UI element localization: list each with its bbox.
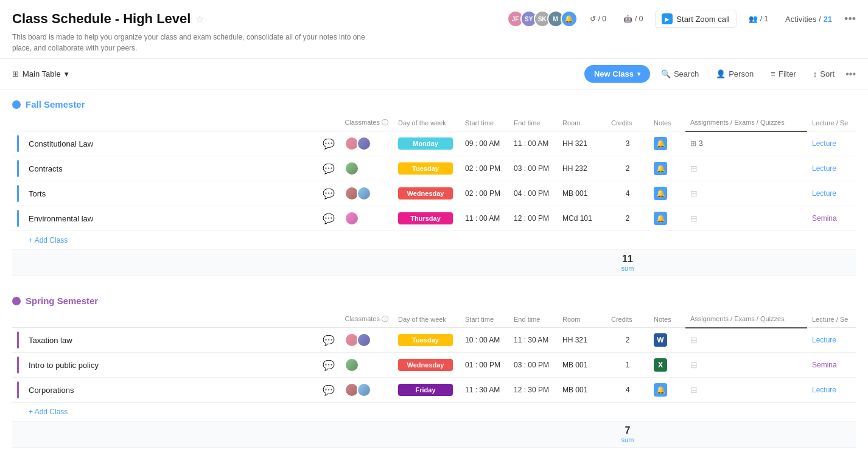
- day-badge[interactable]: Thursday: [398, 212, 453, 224]
- comment-icon[interactable]: 💬: [323, 335, 335, 345]
- th-name: [24, 311, 318, 328]
- members-button[interactable]: 👥 / 1: [744, 12, 773, 26]
- main-table-button[interactable]: Main Table ▾: [23, 69, 69, 78]
- day-badge[interactable]: Tuesday: [398, 334, 453, 346]
- lecture-cell[interactable]: Lecture: [807, 156, 856, 181]
- credits-cell: 3: [606, 131, 649, 156]
- comment-icon[interactable]: 💬: [323, 213, 335, 224]
- notes-cell[interactable]: 🔔: [649, 131, 685, 156]
- more-options-button[interactable]: •••: [844, 13, 856, 26]
- lecture-link[interactable]: Lecture: [812, 139, 836, 148]
- classmates-info-icon-spring[interactable]: ⓘ: [382, 315, 388, 322]
- assignments-cell[interactable]: ⊟: [685, 181, 807, 206]
- start-time-cell: 02 : 00 PM: [460, 181, 509, 206]
- lecture-link[interactable]: Semina: [812, 361, 837, 369]
- day-badge[interactable]: Wednesday: [398, 359, 453, 371]
- room-cell: HH 321: [558, 328, 606, 353]
- notes-excel-icon[interactable]: X: [654, 358, 667, 372]
- lecture-link[interactable]: Lecture: [812, 386, 836, 394]
- add-class-indicator: [12, 403, 24, 422]
- lecture-link[interactable]: Lecture: [812, 336, 836, 344]
- lecture-cell[interactable]: Lecture: [807, 378, 856, 403]
- comment-icon[interactable]: 💬: [323, 164, 335, 174]
- comment-cell[interactable]: 💬: [318, 181, 340, 206]
- row-indicator: [17, 331, 19, 349]
- classmate-avatars: [345, 358, 388, 372]
- assignments-cell[interactable]: ⊟: [685, 206, 807, 231]
- day-badge[interactable]: Tuesday: [398, 162, 453, 175]
- lecture-link[interactable]: Semina: [812, 214, 837, 223]
- classmates-info-icon[interactable]: ⓘ: [382, 119, 388, 126]
- sort-button[interactable]: ↕ Sort: [807, 66, 841, 82]
- new-class-button[interactable]: New Class ▾: [584, 65, 650, 83]
- activities-button[interactable]: Activities / 21: [780, 12, 837, 26]
- search-button[interactable]: 🔍 Search: [655, 66, 705, 82]
- day-badge[interactable]: Friday: [398, 384, 453, 396]
- end-time-cell: 11 : 00 AM: [509, 131, 558, 156]
- star-icon[interactable]: ☆: [195, 13, 204, 25]
- comment-icon[interactable]: 💬: [323, 360, 335, 370]
- zoom-button[interactable]: ▶ Start Zoom call: [655, 10, 736, 28]
- notes-word-icon[interactable]: W: [654, 333, 667, 347]
- notes-cell[interactable]: 🔔: [649, 181, 685, 206]
- assignments-cell[interactable]: ⊟: [685, 353, 807, 378]
- comment-icon[interactable]: 💬: [323, 189, 335, 199]
- assignments-cell[interactable]: ⊟: [685, 156, 807, 181]
- spring-table-header-row: Classmates ⓘ Day of the week Start time …: [12, 311, 856, 328]
- lecture-cell[interactable]: Lecture: [807, 328, 856, 353]
- comment-cell[interactable]: 💬: [318, 156, 340, 181]
- spring-group-title: Spring Semester: [26, 296, 98, 306]
- notes-cell[interactable]: 🔔: [649, 206, 685, 231]
- notes-blue-icon[interactable]: 🔔: [654, 162, 667, 175]
- table-more-button[interactable]: •••: [845, 69, 856, 80]
- notes-blue-icon[interactable]: 🔔: [654, 383, 667, 397]
- lecture-cell[interactable]: Semina: [807, 206, 856, 231]
- notes-cell[interactable]: X: [649, 353, 685, 378]
- day-badge[interactable]: Wednesday: [398, 187, 453, 200]
- add-class-cell[interactable]: + Add Class: [24, 403, 856, 422]
- notes-cell[interactable]: W: [649, 328, 685, 353]
- credits-cell: 2: [606, 328, 649, 353]
- comment-cell[interactable]: 💬: [318, 206, 340, 231]
- lecture-cell[interactable]: Semina: [807, 353, 856, 378]
- fall-group-title: Fall Semester: [26, 99, 85, 109]
- robots-button[interactable]: 🤖 / 0: [618, 12, 648, 26]
- notes-cell[interactable]: 🔔: [649, 156, 685, 181]
- row-indicator-cell: [12, 131, 24, 156]
- invite-button[interactable]: ↺ / 0: [585, 12, 611, 26]
- day-cell[interactable]: Wednesday: [393, 353, 460, 378]
- notes-blue-icon[interactable]: 🔔: [654, 187, 667, 200]
- filter-button[interactable]: ≡ Filter: [765, 66, 802, 82]
- add-class-row[interactable]: + Add Class: [12, 403, 856, 422]
- assignments-cell[interactable]: ⊟: [685, 328, 807, 353]
- day-cell[interactable]: Wednesday: [393, 181, 460, 206]
- filter-label: Filter: [779, 69, 796, 78]
- notes-blue-icon[interactable]: 🔔: [654, 137, 667, 150]
- add-class-row[interactable]: + Add Class: [12, 231, 856, 250]
- credits-cell: 2: [606, 156, 649, 181]
- comment-icon[interactable]: 💬: [323, 139, 335, 149]
- comment-cell[interactable]: 💬: [318, 131, 340, 156]
- lecture-link[interactable]: Lecture: [812, 164, 836, 173]
- day-cell[interactable]: Monday: [393, 131, 460, 156]
- comment-cell[interactable]: 💬: [318, 353, 340, 378]
- person-button[interactable]: 👤 Person: [710, 66, 760, 82]
- day-cell[interactable]: Friday: [393, 378, 460, 403]
- day-cell[interactable]: Thursday: [393, 206, 460, 231]
- day-cell[interactable]: Tuesday: [393, 328, 460, 353]
- lecture-cell[interactable]: Lecture: [807, 131, 856, 156]
- notes-blue-icon[interactable]: 🔔: [654, 212, 667, 225]
- day-badge[interactable]: Monday: [398, 137, 453, 150]
- lecture-link[interactable]: Lecture: [812, 189, 836, 198]
- comment-cell[interactable]: 💬: [318, 378, 340, 403]
- lecture-cell[interactable]: Lecture: [807, 181, 856, 206]
- assignments-cell[interactable]: ⊟: [685, 378, 807, 403]
- toolbar: ⊞ Main Table ▾ New Class ▾ 🔍 Search 👤 Pe…: [0, 59, 868, 89]
- add-class-cell[interactable]: + Add Class: [24, 231, 856, 250]
- day-cell[interactable]: Tuesday: [393, 156, 460, 181]
- comment-cell[interactable]: 💬: [318, 328, 340, 353]
- avatar-bell[interactable]: 🔔: [561, 10, 578, 27]
- notes-cell[interactable]: 🔔: [649, 378, 685, 403]
- assignments-cell[interactable]: ⊞ 3: [685, 131, 807, 156]
- comment-icon[interactable]: 💬: [323, 385, 335, 395]
